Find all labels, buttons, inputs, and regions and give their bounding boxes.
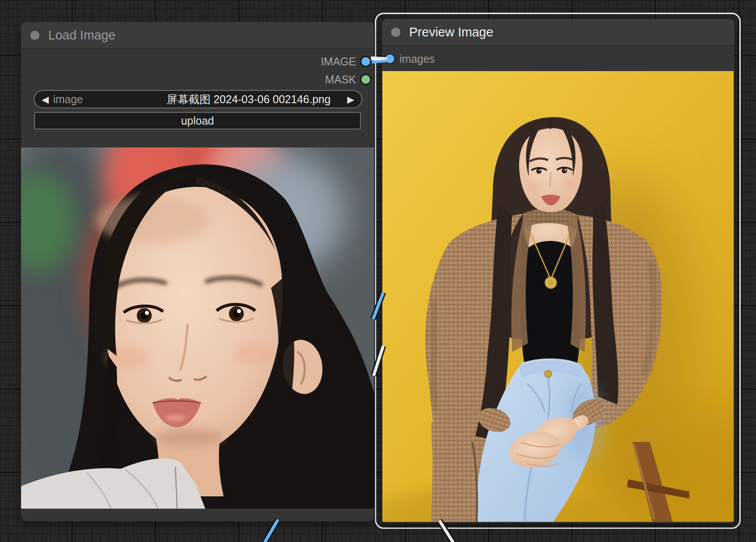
node-load-image[interactable]: Load Image IMAGE MASK ◀ image 屏幕截图 2024-… [21,22,374,521]
collapse-dot-icon[interactable] [30,31,39,40]
output-label-mask: MASK [325,73,356,86]
node-title: Load Image [48,22,115,48]
combo-next-icon[interactable]: ▶ [347,95,354,104]
seated-woman-illustration [382,71,734,522]
node-preview-image[interactable]: Preview Image images [382,19,735,523]
output-slot-image: IMAGE [321,56,371,67]
combo-label: image [53,93,83,106]
graph-canvas[interactable]: Load Image IMAGE MASK ◀ image 屏幕截图 2024-… [0,0,756,542]
image-output-dot[interactable] [360,56,371,67]
combo-value: 屏幕截图 2024-03-06 002146.png [167,92,331,107]
input-label-images: images [399,53,435,65]
image-filename-combo[interactable]: ◀ image 屏幕截图 2024-03-06 002146.png ▶ [34,90,362,108]
input-slot-images: images [384,53,435,65]
preview-image-titlebar[interactable]: Preview Image [382,19,735,46]
images-input-dot[interactable] [384,53,396,65]
mask-output-dot[interactable] [360,74,371,85]
output-label-image: IMAGE [321,55,356,68]
load-image-titlebar[interactable]: Load Image [21,22,374,49]
node-title: Preview Image [409,19,493,45]
upload-button-label: upload [181,115,214,127]
load-image-preview-photo [21,147,374,509]
upload-button[interactable]: upload [34,112,361,129]
preview-image-output-photo [382,71,734,522]
combo-prev-icon[interactable]: ◀ [42,95,49,104]
collapse-dot-icon[interactable] [391,28,400,37]
face-photo-illustration [21,147,374,509]
output-slot-mask: MASK [325,74,371,85]
